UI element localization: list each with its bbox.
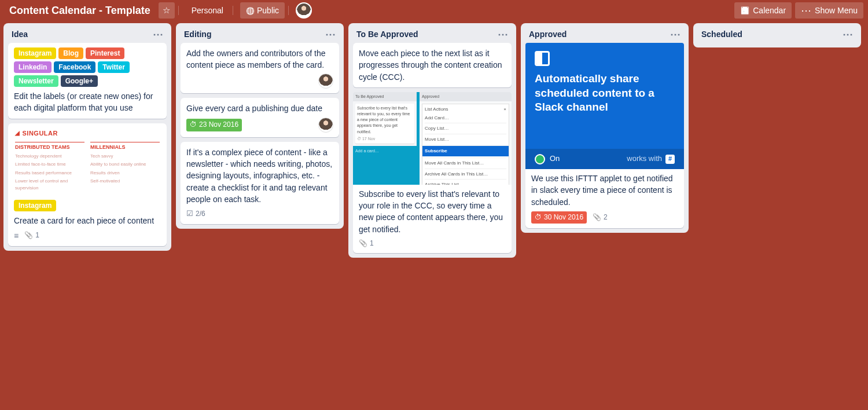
cover-popup-title: List Actions xyxy=(425,106,448,113)
card[interactable]: If it's a complex piece of content - lik… xyxy=(181,142,339,224)
list-title[interactable]: To Be Approved xyxy=(356,30,418,39)
card-label[interactable]: Instagram xyxy=(14,47,56,59)
attachment-badge: 2 xyxy=(593,213,608,222)
visibility-label: Public xyxy=(257,6,279,15)
card-member-avatar[interactable] xyxy=(318,74,333,89)
calendar-button[interactable]: Calendar xyxy=(734,2,792,19)
due-date-text: 30 Nov 2016 xyxy=(544,213,583,222)
cover-popup-item: Subscribe xyxy=(422,145,509,156)
card[interactable]: Add the owners and contributors of the c… xyxy=(181,43,339,93)
cover-popup-item: Move List… xyxy=(425,134,506,145)
cover-line: Lower level of control and supervision xyxy=(15,178,84,191)
list-title[interactable]: Idea xyxy=(12,30,28,39)
list-title[interactable]: Editing xyxy=(184,30,211,39)
card-text: Give every card a publishing due date xyxy=(186,103,333,114)
attachment-icon xyxy=(24,230,33,240)
card-text: Add the owners and contributors of the c… xyxy=(186,47,333,71)
checklist-icon xyxy=(186,208,193,219)
list-title[interactable]: Scheduled xyxy=(701,30,742,39)
list-approved: Approved ⋯ Automatically share scheduled… xyxy=(521,23,689,233)
clock-icon xyxy=(190,120,197,130)
card[interactable]: SINGULAR DISTRIBUTED TEAMS Technology de… xyxy=(8,123,167,247)
cover-popup-item: Archive This List xyxy=(425,179,506,185)
attachment-count: 2 xyxy=(604,213,608,222)
cover-line: Limited face-to-face time xyxy=(15,161,84,168)
cover-title: Automatically share scheduled content to… xyxy=(535,72,675,115)
calendar-icon xyxy=(740,6,753,15)
list-menu-button[interactable]: ⋯ xyxy=(843,29,853,39)
card-cover: Automatically share scheduled content to… xyxy=(525,43,684,169)
card[interactable]: To Be Approved Subscribe to every list t… xyxy=(353,92,512,254)
attachment-icon xyxy=(359,239,367,248)
star-button[interactable] xyxy=(159,2,175,19)
due-date-badge[interactable]: 23 Nov 2016 xyxy=(186,119,242,131)
cover-line: Results based performance xyxy=(15,170,84,177)
card-label[interactable]: Pinterest xyxy=(86,47,124,59)
board-canvas: Idea ⋯ InstagramBlogPinterestLinkedinFac… xyxy=(0,21,868,260)
cover-col-head: MILLENNIALS xyxy=(90,142,160,151)
card-label[interactable]: Instagram xyxy=(14,200,56,211)
close-icon: × xyxy=(503,106,506,113)
card[interactable]: InstagramBlogPinterestLinkedinFacebookTw… xyxy=(8,43,167,119)
list-menu-button[interactable]: ⋯ xyxy=(153,29,163,39)
board-header: Content Calendar - Template Personal Pub… xyxy=(0,0,868,21)
attachment-count: 1 xyxy=(35,230,39,240)
trello-logo-icon xyxy=(535,51,550,66)
cover-line: Results driven xyxy=(90,170,160,177)
card-label[interactable]: Facebook xyxy=(54,61,95,73)
card[interactable]: Automatically share scheduled content to… xyxy=(525,43,684,228)
show-menu-button[interactable]: Show Menu xyxy=(795,2,863,19)
cover-mini-date: 17 Nov xyxy=(362,137,375,141)
member-avatar[interactable] xyxy=(296,2,312,19)
card-member-avatar[interactable] xyxy=(318,118,333,133)
attachment-badge: 1 xyxy=(359,239,374,248)
cover-popup-item: Move All Cards in This List… xyxy=(425,158,506,169)
card-text: Move each piece to the next list as it p… xyxy=(359,47,506,83)
card[interactable]: Give every card a publishing due date 23… xyxy=(181,98,339,137)
card-cover: SINGULAR DISTRIBUTED TEAMS Technology de… xyxy=(8,123,167,196)
separator xyxy=(178,6,179,15)
separator xyxy=(233,6,233,15)
list-idea: Idea ⋯ InstagramBlogPinterestLinkedinFac… xyxy=(3,23,171,251)
cover-brand: SINGULAR xyxy=(15,129,160,138)
list-scheduled: Scheduled ⋯ xyxy=(693,23,861,47)
due-date-badge[interactable]: 30 Nov 2016 xyxy=(531,211,587,224)
cover-mini-list-title: To Be Approved xyxy=(353,92,417,101)
card-text: Create a card for each piece of content xyxy=(14,215,161,226)
calendar-label: Calendar xyxy=(753,6,786,15)
cover-line: Ability to bond easily online xyxy=(90,161,160,168)
description-icon xyxy=(14,230,19,241)
clock-icon xyxy=(535,213,542,222)
card-cover: To Be Approved Subscribe to every list t… xyxy=(353,92,512,185)
attachment-count: 1 xyxy=(370,239,374,248)
card-label[interactable]: Google+ xyxy=(61,75,98,87)
cover-mini-list-title: Approved xyxy=(420,92,512,101)
card-label[interactable]: Linkedin xyxy=(14,61,52,73)
cover-popup-item: Archive All Cards in This List… xyxy=(425,169,506,180)
due-date-text: 23 Nov 2016 xyxy=(199,120,238,130)
checklist-badge: 2/6 xyxy=(186,208,205,219)
cover-popup-item: Copy List… xyxy=(425,123,506,134)
checklist-count: 2/6 xyxy=(196,209,205,219)
board-title[interactable]: Content Calendar - Template xyxy=(5,2,155,19)
star-icon xyxy=(163,5,170,16)
card-label[interactable]: Blog xyxy=(58,47,83,59)
visibility-button[interactable]: Public xyxy=(240,2,285,19)
card-label[interactable]: Twitter xyxy=(98,61,129,73)
cover-works-with: works with xyxy=(627,153,675,164)
attachment-badge: 1 xyxy=(24,230,39,240)
list-menu-button[interactable]: ⋯ xyxy=(325,29,336,39)
cover-mini-card-text: Subscribe to every list that's relevant … xyxy=(357,105,413,135)
list-title[interactable]: Approved xyxy=(529,30,567,39)
card[interactable]: Move each piece to the next list as it p… xyxy=(353,43,512,87)
list-menu-button[interactable]: ⋯ xyxy=(498,29,508,39)
separator xyxy=(288,6,289,15)
card-text: If it's a complex piece of content - lik… xyxy=(186,147,333,205)
globe-icon xyxy=(246,6,257,15)
list-menu-button[interactable]: ⋯ xyxy=(670,29,681,39)
attachment-icon xyxy=(593,213,601,222)
card-text: Edit the labels (or create new ones) for… xyxy=(14,90,161,114)
team-button[interactable]: Personal xyxy=(186,2,229,19)
card-label[interactable]: Newsletter xyxy=(14,75,58,87)
card-text: Subscribe to every list that's relevant … xyxy=(359,188,506,235)
